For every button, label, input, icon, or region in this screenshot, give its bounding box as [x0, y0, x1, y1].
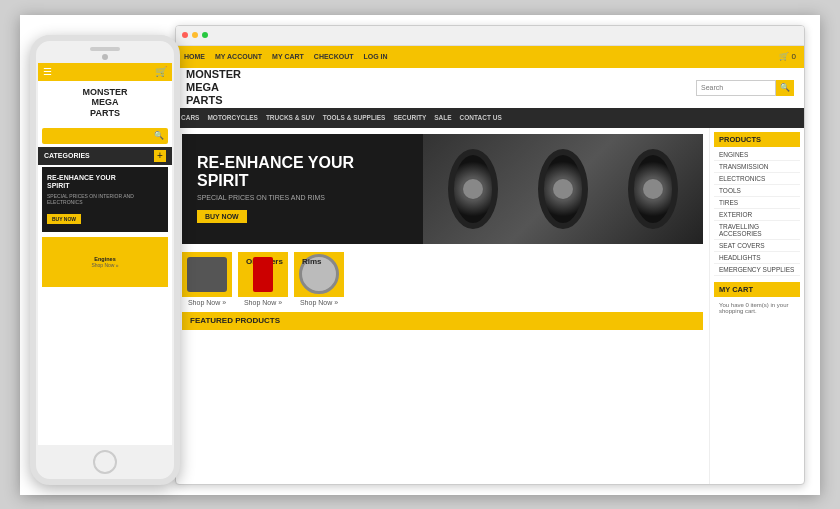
mobile-phone: ☰ 🛒 MONSTER MEGA PARTS 🔍	[30, 35, 180, 485]
nav-sale[interactable]: SALE	[434, 114, 451, 121]
engine-icon	[187, 257, 227, 292]
hero-banner: RE-ENHANCE YOUR SPIRIT SPECIAL PRICES ON…	[182, 134, 703, 244]
phone-speaker	[90, 47, 120, 51]
hero-cta-button[interactable]: BUY NOW	[197, 210, 247, 223]
sidebar-products-title: PRODUCTS	[714, 132, 800, 147]
sidebar-mycart-title: MY CART	[714, 282, 800, 297]
phone-categories-label: CATEGORIES	[44, 152, 90, 159]
sidebar-item-tires[interactable]: TIRES	[714, 197, 800, 209]
site-mainnav: CARS MOTORCYCLES TRUCKS & SUV TOOLS & SU…	[176, 108, 804, 128]
nav-motorcycles[interactable]: MOTORCYCLES	[207, 114, 257, 121]
tire-2	[538, 149, 588, 229]
browser-bar	[176, 26, 804, 46]
rims-shop-now[interactable]: Shop Now »	[300, 299, 338, 306]
phone-product-engines[interactable]: Engines Shop Now »	[42, 237, 168, 287]
phone-menu-icon[interactable]: ☰	[43, 66, 52, 77]
sidebar-item-emergency[interactable]: EMERGENCY SUPPLIES	[714, 264, 800, 276]
hero-subtitle: SPECIAL PRICES ON TIRES AND RIMS	[197, 194, 354, 201]
phone-hero-cta[interactable]: BUY NOW	[47, 214, 81, 224]
product-card-rims[interactable]: Rims	[294, 252, 344, 297]
product-card-engines[interactable]: Engines	[182, 252, 232, 297]
sidebar-item-transmission[interactable]: TRANSMISSION	[714, 161, 800, 173]
phone-product-row: Engines Shop Now »	[38, 234, 172, 290]
filter-icon	[253, 257, 273, 292]
browser-dot-yellow[interactable]	[192, 32, 198, 38]
sidebar-item-electronics[interactable]: ELECTRONICS	[714, 173, 800, 185]
phone-hero-title: RE-ENHANCE YOUR SPIRIT	[47, 174, 163, 191]
phone-search-input[interactable]	[46, 133, 154, 139]
browser-dot-green[interactable]	[202, 32, 208, 38]
products-row: Engines Shop Now » Oil Filters	[182, 252, 703, 306]
tire-3	[628, 149, 678, 229]
tire-1	[448, 149, 498, 229]
phone-logo-area: MONSTER MEGA PARTS	[38, 81, 172, 125]
featured-label: FEATURED PRODUCTS	[190, 316, 280, 325]
sidebar-item-engines[interactable]: ENGINES	[714, 149, 800, 161]
featured-bar: FEATURED PRODUCTS	[182, 312, 703, 330]
phone-hero-sub: SPECIAL PRICES ON INTERIOR AND ELECTRONI…	[47, 193, 163, 205]
phone-topbar: ☰ 🛒	[38, 63, 172, 81]
site-content: RE-ENHANCE YOUR SPIRIT SPECIAL PRICES ON…	[176, 128, 804, 485]
hero-title: RE-ENHANCE YOUR SPIRIT	[197, 154, 354, 189]
site-search: 🔍	[696, 80, 794, 96]
sidebar-item-seatcovers[interactable]: SEAT COVERS	[714, 240, 800, 252]
hero-image	[423, 134, 703, 244]
desktop-browser: HOME MY ACCOUNT MY CART CHECKOUT LOG IN …	[175, 25, 805, 485]
nav-tools[interactable]: TOOLS & SUPPLIES	[323, 114, 386, 121]
outer-wrapper: HOME MY ACCOUNT MY CART CHECKOUT LOG IN …	[0, 0, 840, 509]
site-logo: MONSTER MEGA PARTS	[186, 68, 241, 108]
phone-search-bar: 🔍	[42, 128, 168, 144]
site-header: MONSTER MEGA PARTS 🔍	[176, 68, 804, 108]
engine-img	[182, 252, 232, 297]
phone-home-button[interactable]	[93, 450, 117, 474]
sidebar-item-travelling[interactable]: TRAVELLING ACCESORIES	[714, 221, 800, 240]
topbar-home[interactable]: HOME	[184, 53, 205, 60]
sidebar-item-headlights[interactable]: HEADLIGHTS	[714, 252, 800, 264]
site-main: RE-ENHANCE YOUR SPIRIT SPECIAL PRICES ON…	[176, 128, 709, 485]
cart-count[interactable]: 🛒 0	[779, 52, 796, 61]
nav-trucks[interactable]: TRUCKS & SUV	[266, 114, 315, 121]
phone-categories-bar: CATEGORIES +	[38, 147, 172, 165]
engines-shop-now[interactable]: Shop Now »	[188, 299, 226, 306]
mockup-container: HOME MY ACCOUNT MY CART CHECKOUT LOG IN …	[20, 15, 820, 495]
phone-camera	[102, 54, 108, 60]
site-sidebar: PRODUCTS ENGINES TRANSMISSION ELECTRONIC…	[709, 128, 804, 485]
tire-visual	[423, 134, 703, 244]
phone-cart-icon[interactable]: 🛒	[155, 66, 167, 77]
filters-shop-now[interactable]: Shop Now »	[244, 299, 282, 306]
search-button[interactable]: 🔍	[776, 80, 794, 96]
sidebar-item-tools[interactable]: TOOLS	[714, 185, 800, 197]
phone-categories-expand[interactable]: +	[154, 150, 166, 162]
phone-hero-text: RE-ENHANCE YOUR SPIRIT SPECIAL PRICES ON…	[47, 174, 163, 225]
nav-contact[interactable]: CONTACT US	[460, 114, 502, 121]
phone-engines-shop[interactable]: Shop Now »	[91, 262, 118, 268]
topbar-login[interactable]: LOG IN	[364, 53, 388, 60]
browser-dot-red[interactable]	[182, 32, 188, 38]
search-input[interactable]	[696, 80, 776, 96]
sidebar-cart-text: You have 0 item(s) in your shopping cart…	[714, 299, 800, 317]
phone-logo: MONSTER MEGA PARTS	[46, 87, 164, 119]
phone-search-icon[interactable]: 🔍	[154, 131, 164, 140]
nav-security[interactable]: SECURITY	[393, 114, 426, 121]
topbar-checkout[interactable]: CHECKOUT	[314, 53, 354, 60]
phone-hero: RE-ENHANCE YOUR SPIRIT SPECIAL PRICES ON…	[42, 167, 168, 232]
rims-label: Rims	[302, 257, 322, 266]
site-topbar: HOME MY ACCOUNT MY CART CHECKOUT LOG IN …	[176, 46, 804, 68]
sidebar-item-exterior[interactable]: EXTERIOR	[714, 209, 800, 221]
topbar-mycart[interactable]: MY CART	[272, 53, 304, 60]
nav-cars[interactable]: CARS	[181, 114, 199, 121]
phone-screen: ☰ 🛒 MONSTER MEGA PARTS 🔍	[38, 63, 172, 445]
hero-text: RE-ENHANCE YOUR SPIRIT SPECIAL PRICES ON…	[182, 144, 369, 232]
product-card-filters[interactable]: Oil Filters	[238, 252, 288, 297]
topbar-myaccount[interactable]: MY ACCOUNT	[215, 53, 262, 60]
